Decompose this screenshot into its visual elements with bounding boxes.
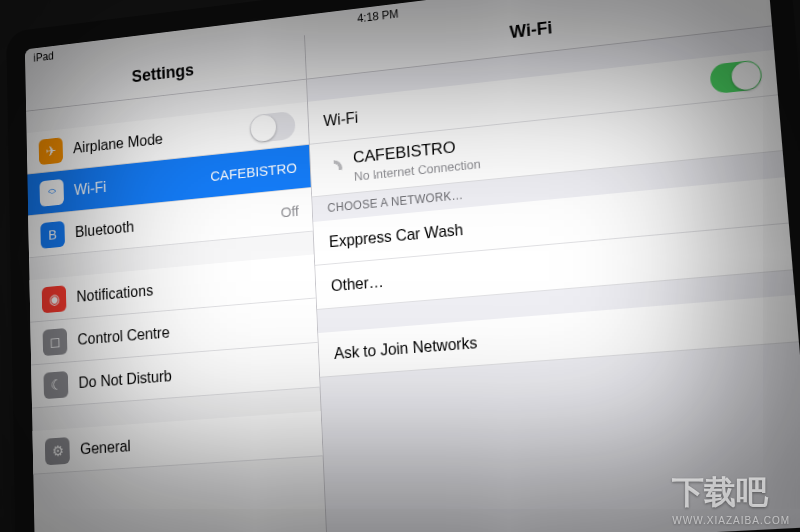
- sidebar-item-value: CAFEBISTRO: [210, 159, 297, 184]
- gear-icon: ⚙: [45, 437, 70, 465]
- status-time: 4:18 PM: [357, 7, 399, 25]
- sidebar-item-value: Off: [280, 203, 299, 221]
- airplane-mode-switch[interactable]: [249, 110, 295, 143]
- sidebar-item-label: Do Not Disturb: [78, 357, 305, 391]
- control-centre-icon: ◻: [43, 328, 68, 356]
- airplane-icon: ✈: [39, 137, 63, 165]
- wifi-switch[interactable]: [709, 59, 763, 94]
- wifi-detail-pane: Wi-Fi Wi-Fi CAFEBISTRO No Internet Conne…: [305, 0, 800, 532]
- sidebar-item-label: Bluetooth: [75, 205, 274, 241]
- wifi-icon: ⌔: [39, 178, 64, 206]
- sidebar-item-label: Control Centre: [77, 313, 304, 349]
- moon-icon: ☾: [43, 371, 68, 399]
- sidebar-item-label: General: [80, 425, 309, 458]
- settings-sidebar: Settings ✈ Airplane Mode ⌔ Wi-Fi CAFEBIS…: [25, 35, 328, 532]
- sidebar-item-label: Wi-Fi: [74, 169, 204, 199]
- bluetooth-icon: B: [40, 220, 65, 248]
- notifications-icon: ◉: [42, 285, 67, 313]
- sidebar-item-label: Notifications: [76, 268, 302, 305]
- ipad-settings-screen: iPad 4:18 PM Settings ✈ Airplane Mode ⌔ …: [25, 0, 800, 532]
- sidebar-item-label: Airplane Mode: [73, 121, 250, 157]
- spinner-icon: [325, 159, 342, 178]
